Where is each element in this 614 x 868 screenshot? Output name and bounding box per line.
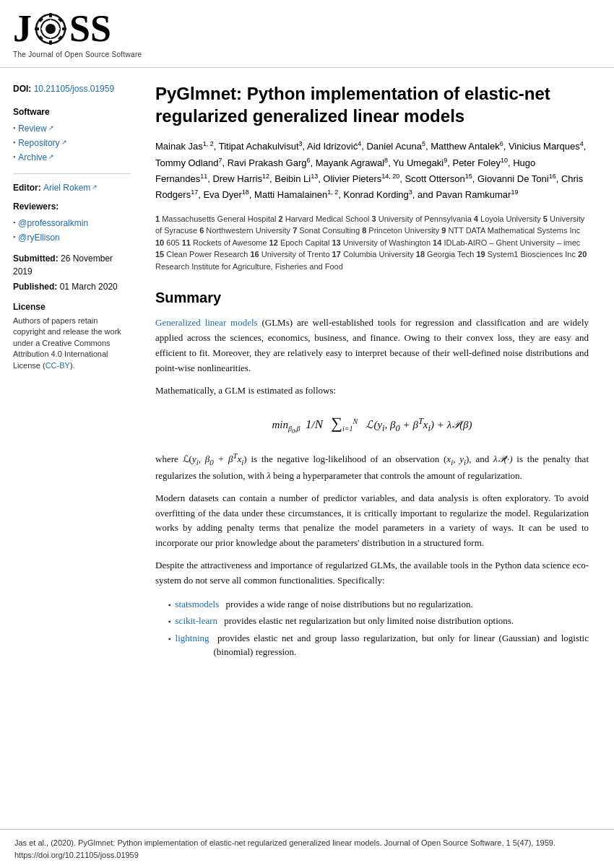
affiliations: 1 Massachusetts General Hospital 2 Harva…	[155, 213, 589, 273]
page: J	[0, 0, 614, 868]
ccby-link[interactable]: CC-BY	[46, 361, 70, 370]
software-label: Software	[13, 105, 131, 118]
reviewers-label: Reviewers:	[13, 200, 131, 213]
license-label: License	[13, 300, 131, 313]
bullet-item-statsmodels: statsmodels provides a wide range of noi…	[168, 596, 589, 613]
logo-subtitle: The Journal of Open Source Software	[13, 49, 142, 60]
software-list: Review ↗ Repository ↗ Archive ↗	[13, 121, 131, 165]
para-1: Generalized linear models (GLMs) are wel…	[155, 316, 589, 376]
logo-joss: J	[13, 10, 111, 48]
editor-link[interactable]: Ariel Rokem ↗	[43, 181, 98, 194]
sidebar: DOI: 10.21105/joss.01959 Software Review…	[0, 68, 141, 829]
reviewer-2-item: @ryEllison	[13, 230, 131, 245]
logo-area: J	[13, 10, 142, 60]
statsmodels-link[interactable]: statsmodels	[176, 597, 220, 612]
sidebar-divider-1	[13, 173, 131, 174]
submitted-label: Submitted:	[13, 253, 59, 264]
review-link[interactable]: Review ↗	[18, 122, 53, 135]
summary-title: Summary	[155, 287, 589, 308]
repo-ext-icon: ↗	[61, 138, 67, 148]
reviewer-1-link[interactable]: @professoralkmin	[18, 217, 88, 230]
license-text: Authors of papers retain copyright and r…	[13, 316, 131, 371]
glm-link[interactable]: Generalized linear models	[155, 317, 258, 328]
software-list-item-repo: Repository ↗	[13, 136, 131, 150]
logo-ss-letters: SS	[69, 10, 111, 48]
sidebar-meta: Submitted: 26 November 2019 Published: 0…	[13, 252, 131, 293]
page-footer: Jas et al., (2020). PyGlmnet: Python imp…	[0, 829, 614, 868]
sidebar-software-section: Software Review ↗ Repository ↗	[13, 105, 131, 165]
review-ext-icon: ↗	[48, 123, 54, 134]
doi-link[interactable]: 10.21105/joss.01959	[34, 84, 114, 94]
main-content: DOI: 10.21105/joss.01959 Software Review…	[0, 68, 614, 829]
reviewer-2-link[interactable]: @ryEllison	[18, 231, 60, 244]
submitted-line: Submitted: 26 November 2019	[13, 252, 131, 278]
repository-link[interactable]: Repository ↗	[18, 136, 66, 149]
published-line: Published: 01 March 2020	[13, 280, 131, 293]
article-authors: Mainak Jas1, 2, Titipat Achakulvisut3, A…	[155, 139, 589, 203]
reviewers-list: @professoralkmin @ryEllison	[13, 216, 131, 245]
lightning-link[interactable]: lightning	[176, 631, 209, 646]
doi-label: DOI:	[13, 84, 31, 94]
svg-rect-5	[62, 27, 66, 30]
sidebar-doi: DOI: 10.21105/joss.01959	[13, 82, 131, 95]
para-3: where ℒ(yi, β0 + βTxi) is the negative l…	[155, 450, 589, 484]
sidebar-license-section: License Authors of papers retain copyrig…	[13, 300, 131, 371]
reviewer-1-item: @professoralkmin	[13, 216, 131, 230]
svg-rect-4	[35, 27, 39, 30]
published-date: 01 March 2020	[60, 282, 118, 292]
article-title: PyGlmnet: Python implementation of elast…	[155, 82, 589, 127]
math-equation: minβ0,β 1/N ∑i=1N ℒ(yi, β0 + βTxi) + λ𝒫(…	[155, 411, 589, 436]
published-label: Published:	[13, 282, 57, 292]
para-4: Modern datasets can contain a number of …	[155, 491, 589, 551]
sidebar-editor-section: Editor: Ariel Rokem ↗	[13, 181, 131, 194]
svg-rect-2	[49, 13, 52, 17]
archive-link[interactable]: Archive ↗	[18, 151, 54, 164]
sklearn-link[interactable]: scikit-learn	[176, 614, 217, 628]
svg-point-10	[46, 24, 56, 34]
editor-ext-icon: ↗	[92, 183, 98, 193]
logo-j-letter: J	[13, 10, 32, 48]
article-body: PyGlmnet: Python implementation of elast…	[141, 68, 614, 829]
para-2: Mathematically, a GLM is estimated as fo…	[155, 383, 589, 399]
bullet-list: statsmodels provides a wide range of noi…	[168, 596, 589, 661]
software-list-item-archive: Archive ↗	[13, 150, 131, 165]
archive-ext-icon: ↗	[48, 152, 54, 162]
sidebar-reviewers-section: Reviewers: @professoralkmin @ryEllison	[13, 200, 131, 245]
header: J	[0, 0, 614, 68]
para-5: Despite the attractiveness and importanc…	[155, 558, 589, 589]
footer-citation: Jas et al., (2020). PyGlmnet: Python imp…	[14, 838, 555, 859]
bullet-item-lightning: lightning provides elastic net and group…	[168, 630, 589, 661]
svg-rect-3	[49, 40, 52, 45]
software-list-item-review: Review ↗	[13, 121, 131, 136]
editor-label: Editor:	[13, 183, 41, 193]
logo-circle-icon	[33, 12, 68, 46]
bullet-item-sklearn: scikit-learn provides elastic net regula…	[168, 612, 589, 630]
